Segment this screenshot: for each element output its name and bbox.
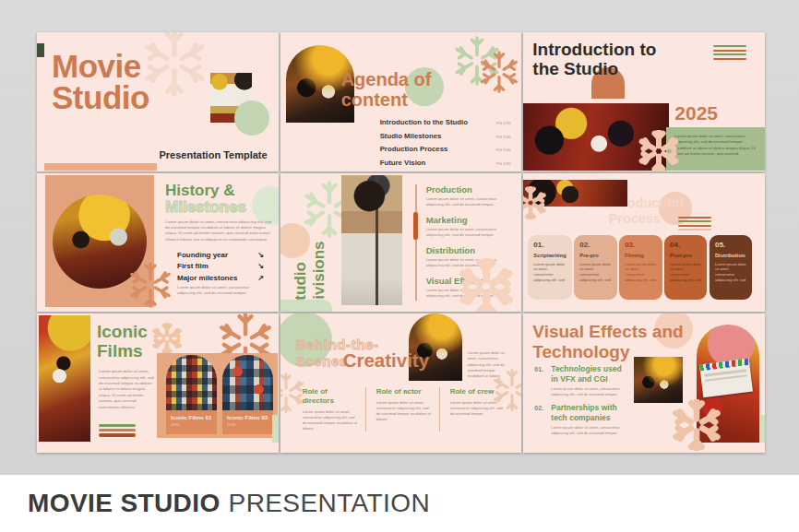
- arrow-icon: ↗: [257, 274, 264, 282]
- year-label: 2025: [674, 102, 718, 124]
- stripes-icon: [99, 424, 136, 437]
- slide-introduction: Introduction to the Studio 2025 Lorem ip…: [523, 32, 765, 171]
- slide-iconic-films: Iconic Films Lorem ipsum dolor sit amet,…: [37, 313, 279, 453]
- film-photo: [222, 355, 273, 410]
- stripes-icon: [678, 217, 711, 231]
- vfx-item-text: Lorem ipsum dolor sit amet, consectetur …: [551, 386, 625, 397]
- milestone-item: Founding year↘: [177, 251, 264, 259]
- film-photo: [166, 355, 217, 410]
- slide-divisions: Studio Divisions Production Lorem ipsum …: [280, 173, 522, 313]
- film-caption: Iconic Films 01 1995: [166, 410, 217, 434]
- agenda-item: Introduction to the Studio PG 1/20: [380, 118, 511, 126]
- snowflake-icon: [671, 399, 722, 451]
- agenda-item: Future Vision PG 1/20: [380, 159, 511, 167]
- template-preview: Movie Studio Presentation Template Agend…: [0, 0, 799, 532]
- vfx-item-num: 01.: [534, 366, 543, 372]
- films-photo: [39, 315, 90, 442]
- slide-visual-effects: Visual Effects and Technology 01. Techno…: [523, 313, 765, 453]
- cover-title: Movie Studio: [52, 51, 149, 112]
- stripes-icon: [713, 45, 746, 60]
- scenes-title-outline: Scenes: [296, 353, 348, 369]
- corner-accent: [37, 43, 44, 57]
- agenda-item: Production Process PG 1/20: [380, 145, 511, 153]
- agenda-list: Introduction to the Studio PG 1/20 Studi…: [380, 118, 511, 167]
- vfx-item-title: Partnerships with tech companies: [551, 403, 628, 422]
- slide-grid: Movie Studio Presentation Template Agend…: [37, 32, 765, 453]
- division-item: Marketing Lorem ipsum dolor sit amet, co…: [426, 215, 515, 238]
- timeline-line: [415, 184, 417, 301]
- history-title-outline: Milestones: [165, 198, 246, 217]
- column-divider: [365, 387, 366, 432]
- green-text-box: Lorem ipsum dolor sit amet, consectetur …: [666, 127, 765, 171]
- cover-subtitle: Presentation Template: [159, 149, 267, 160]
- slide-history: History & Milestones Lorem ipsum dolor s…: [37, 173, 279, 313]
- vfx-small-photo: [634, 357, 683, 403]
- divisions-photo: [341, 175, 402, 305]
- column-divider: [439, 387, 440, 432]
- vfx-item-text: Lorem ipsum dolor sit amet, consectetur …: [551, 425, 625, 436]
- snowflake-icon: [458, 258, 515, 313]
- film-card: Iconic Films 02 2005: [222, 355, 273, 434]
- slide-behind-scenes: Behind-the- Scenes Creativity Lorem ipsu…: [280, 313, 522, 453]
- films-title: Iconic Films: [97, 323, 148, 361]
- agenda-title: Agenda of content: [341, 69, 432, 110]
- process-step-card: 01. Scriptwriting Lorem ipsum dolor sit …: [528, 235, 571, 300]
- milestone-item: First film↘: [177, 262, 264, 270]
- intro-title: Introduction to the Studio: [532, 40, 656, 79]
- films-paragraph: Lorem ipsum dolor sit amet, consectetur …: [99, 369, 156, 410]
- process-step-card: 05. Distribution Lorem ipsum dolor sit a…: [710, 235, 752, 300]
- vfx-title: Visual Effects and Technology: [532, 322, 683, 361]
- role-column: Role of actor Lorem ipsum dolor sit amet…: [376, 387, 434, 422]
- sage-accent: [760, 415, 765, 443]
- bottom-bar: [44, 163, 157, 171]
- clapperboard: [699, 359, 753, 397]
- slide-agenda: Agenda of content Introduction to the St…: [280, 32, 522, 171]
- vfx-item-num: 02.: [534, 405, 543, 411]
- snowflake-icon: [638, 130, 680, 171]
- process-step-card: 02. Pre-pro Lorem ipsum dolor sit amet, …: [574, 235, 616, 300]
- sage-circle: [234, 100, 269, 136]
- history-title: History &: [165, 182, 235, 200]
- film-caption: Iconic Films 02 2005: [222, 410, 273, 434]
- milestone-list: Founding year↘ First film↘ Major milesto…: [177, 251, 264, 282]
- agenda-item: Studio Milestones PG 1/20: [380, 132, 511, 140]
- snowflake-icon: [140, 32, 209, 97]
- milestone-item: Major milestones↗: [177, 274, 264, 282]
- film-card: Iconic Films 01 1995: [166, 355, 217, 434]
- history-paragraph: Lorem ipsum dolor sit amet, consectetur …: [165, 219, 272, 243]
- slide-process: The Production Process 01. Scriptwriting…: [523, 173, 765, 313]
- process-step-card: 04. Post-pro Lorem ipsum dolor sit amet,…: [664, 235, 707, 300]
- scenes-title-accent: Creativity: [343, 349, 429, 372]
- snowflake-icon: [523, 186, 547, 219]
- role-column: Role of crew Lorem ipsum dolor sit amet,…: [450, 387, 507, 417]
- scenes-side-text: Lorem ipsum dolor sit amet, consectetur …: [468, 350, 510, 378]
- footer-bar: MOVIE STUDIOPRESENTATION: [0, 475, 799, 532]
- divisions-vertical-title: Studio Divisions: [292, 207, 330, 311]
- footer-title-regular: PRESENTATION: [229, 489, 430, 517]
- timeline-marker: [413, 212, 418, 240]
- arrow-icon: ↘: [257, 262, 264, 270]
- history-note: Lorem ipsum dolor sit amet, consectetur …: [177, 285, 258, 297]
- slide-cover: Movie Studio Presentation Template: [37, 32, 279, 171]
- snowflake-icon: [151, 323, 183, 354]
- division-item: Production Lorem ipsum dolor sit amet, c…: [426, 184, 515, 207]
- sage-accent: [272, 415, 279, 443]
- sage-tab: [280, 300, 332, 312]
- footer-title: MOVIE STUDIOPRESENTATION: [28, 489, 430, 518]
- arrow-icon: ↘: [257, 251, 264, 259]
- role-column: Role of directors Lorem ipsum dolor sit …: [303, 387, 360, 432]
- process-step-card: 03. Filming Lorem ipsum dolor sit amet, …: [619, 235, 662, 300]
- snowflake-icon: [478, 51, 520, 93]
- vfx-item-title: Technologies used in VFX and CGI: [551, 364, 628, 384]
- footer-title-bold: MOVIE STUDIO: [28, 489, 221, 517]
- process-steps: 01. Scriptwriting Lorem ipsum dolor sit …: [528, 235, 752, 300]
- snowflake-icon: [127, 262, 173, 308]
